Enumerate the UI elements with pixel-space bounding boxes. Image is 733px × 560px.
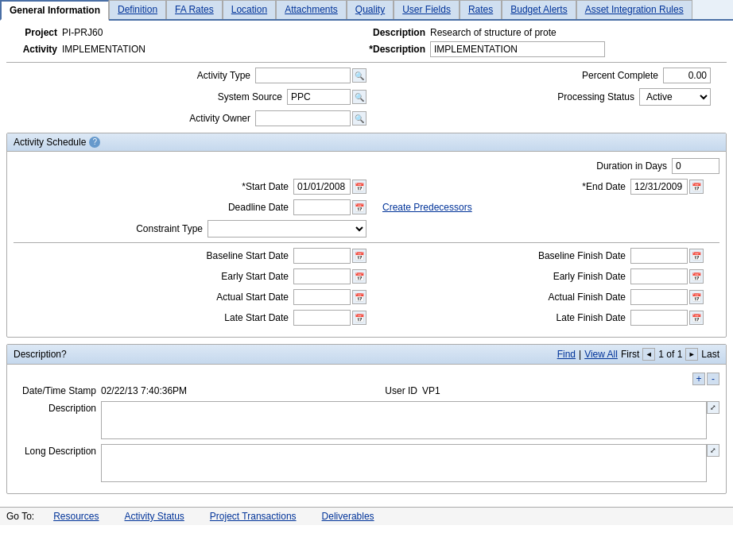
tab-quality[interactable]: Quality [347,0,394,19]
duration-input[interactable] [672,158,719,174]
description-value: Research of structure of prote [430,27,557,38]
constraint-type-select[interactable] [207,220,366,238]
baseline-start-input[interactable] [293,248,351,264]
processing-status-col: Processing Status Active Inactive Cancel… [366,88,727,106]
view-all-link[interactable]: View All [584,349,618,360]
long-description-expand-icon[interactable]: ⤢ [707,444,719,457]
system-source-input[interactable] [287,89,351,105]
activity-owner-search-icon[interactable]: 🔍 [352,111,366,126]
tab-definition[interactable]: Definition [109,0,166,19]
activity-schedule-help-icon[interactable]: ? [89,137,100,148]
early-row: Early Start Date 📅 Early Finish Date 📅 [14,268,719,284]
end-date-calendar-icon[interactable]: 📅 [689,180,704,194]
goto-resources-link[interactable]: Resources [53,511,99,522]
datetime-stamp-label: Date/Time Stamp [14,385,101,396]
duration-row: Duration in Days [14,158,719,174]
late-start-input[interactable] [293,310,351,326]
late-start-col: Late Start Date 📅 [14,310,366,326]
system-source-label: System Source [200,91,287,102]
activity-type-search-icon[interactable]: 🔍 [352,68,366,83]
early-finish-input[interactable] [630,268,688,284]
nav-prev-btn[interactable]: ◄ [642,348,655,361]
activity-owner-input[interactable] [255,110,351,126]
baseline-row: Baseline Start Date 📅 Baseline Finish Da… [14,248,719,264]
actual-finish-input[interactable] [630,289,688,305]
actual-start-calendar-icon[interactable]: 📅 [352,290,366,304]
activity-owner-row: Activity Owner 🔍 [6,110,727,126]
start-end-date-row: *Start Date 📅 *End Date 📅 [14,179,719,195]
goto-deliverables-link[interactable]: Deliverables [322,511,374,522]
deadline-date-label: Deadline Date [206,202,293,213]
early-finish-label: Early Finish Date [519,271,630,282]
late-start-calendar-icon[interactable]: 📅 [352,311,366,325]
userid-col: User ID VP1 [366,385,719,396]
tab-rates[interactable]: Rates [460,0,502,19]
actual-row: Actual Start Date 📅 Actual Finish Date 📅 [14,289,719,305]
add-row-button[interactable]: + [692,373,705,385]
baseline-finish-col: Baseline Finish Date 📅 [366,248,719,264]
delete-row-button[interactable]: - [707,373,719,385]
description-textarea-wrapper: ⤢ [101,401,719,439]
percent-complete-input[interactable] [663,68,711,83]
actual-finish-calendar-icon[interactable]: 📅 [689,290,704,304]
baseline-start-calendar-icon[interactable]: 📅 [352,249,366,263]
start-date-input[interactable] [293,179,351,195]
tab-general-information[interactable]: General Information [0,0,109,21]
first-label: First [621,349,639,360]
activity-schedule-body: Duration in Days *Start Date 📅 *End Date… [7,152,726,337]
activity-type-col: Activity Type 🔍 [6,68,366,83]
create-predecessors-col: Create Predecessors [366,202,719,213]
processing-status-select[interactable]: Active Inactive Cancelled [639,88,711,106]
constraint-type-row: Constraint Type [14,220,719,238]
late-finish-calendar-icon[interactable]: 📅 [689,311,704,325]
activity-type-input[interactable] [255,68,351,83]
system-source-row: System Source 🔍 Processing Status Active… [6,88,727,106]
description-textarea-row: Description ⤢ [14,401,719,439]
goto-project-transactions-link[interactable]: Project Transactions [210,511,297,522]
late-finish-input[interactable] [630,310,688,326]
deadline-col: Deadline Date 📅 [14,199,366,215]
add-del-buttons: + - [692,373,719,385]
percent-complete-col: Percent Complete [366,68,727,83]
system-source-search-icon[interactable]: 🔍 [352,90,366,104]
activity-value: IMPLEMENTATION [62,44,145,55]
late-finish-label: Late Finish Date [519,312,630,323]
long-description-textarea[interactable] [101,444,707,482]
late-row: Late Start Date 📅 Late Finish Date 📅 [14,310,719,326]
activity-schedule-title: Activity Schedule [14,137,86,148]
activity-description-input[interactable] [430,41,605,57]
duration-label: Duration in Days [568,160,672,172]
start-date-calendar-icon[interactable]: 📅 [352,180,366,194]
goto-activity-status-link[interactable]: Activity Status [125,511,184,522]
end-date-col: *End Date 📅 [366,179,719,195]
tab-user-fields[interactable]: User Fields [394,0,460,19]
constraint-type-label: Constraint Type [120,223,207,234]
early-finish-calendar-icon[interactable]: 📅 [689,269,704,284]
find-link[interactable]: Find [557,349,576,360]
description-textarea[interactable] [101,401,707,439]
early-start-input[interactable] [293,268,351,284]
tab-asset-integration-rules[interactable]: Asset Integration Rules [576,0,692,19]
deadline-row: Deadline Date 📅 Create Predecessors [14,199,719,215]
tab-location[interactable]: Location [223,0,276,19]
baseline-finish-input[interactable] [630,248,688,264]
deadline-date-calendar-icon[interactable]: 📅 [352,200,366,214]
tab-fa-rates[interactable]: FA Rates [166,0,223,19]
actual-start-input[interactable] [293,289,351,305]
create-predecessors-link[interactable]: Create Predecessors [382,202,472,213]
tab-attachments[interactable]: Attachments [276,0,347,19]
deadline-date-input[interactable] [293,199,351,215]
nav-next-btn[interactable]: ► [685,348,698,361]
processing-status-label: Processing Status [536,91,639,102]
end-date-input[interactable] [630,179,688,195]
tab-bar: General Information Definition FA Rates … [0,0,733,21]
baseline-start-col: Baseline Start Date 📅 [14,248,366,264]
project-activity-row: Project PI-PRJ60 Description Research of… [6,27,727,38]
activity-owner-col: Activity Owner 🔍 [6,110,366,126]
description-expand-icon[interactable]: ⤢ [707,401,719,414]
early-start-calendar-icon[interactable]: 📅 [352,269,366,284]
tab-budget-alerts[interactable]: Budget Alerts [502,0,576,19]
baseline-finish-calendar-icon[interactable]: 📅 [689,249,704,263]
description-section-help-icon[interactable]: ? [61,349,67,360]
description-section-panel: Description ? Find | View All First ◄ 1 … [6,344,727,494]
